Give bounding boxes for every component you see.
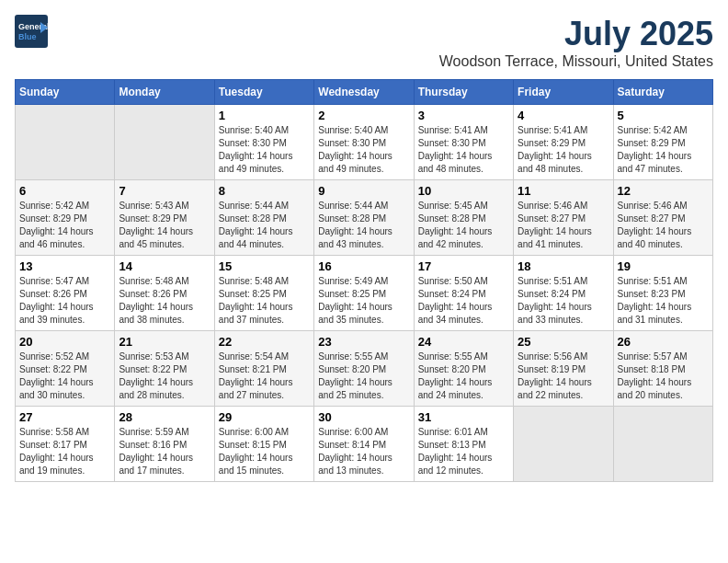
calendar-cell: 9Sunrise: 5:44 AM Sunset: 8:28 PM Daylig… — [314, 180, 414, 256]
calendar-cell: 8Sunrise: 5:44 AM Sunset: 8:28 PM Daylig… — [214, 180, 313, 256]
calendar-cell: 17Sunrise: 5:50 AM Sunset: 8:24 PM Dayli… — [414, 256, 513, 331]
day-number: 17 — [418, 259, 509, 273]
calendar-cell: 14Sunrise: 5:48 AM Sunset: 8:26 PM Dayli… — [115, 256, 214, 331]
day-number: 3 — [418, 109, 509, 122]
calendar-cell: 25Sunrise: 5:56 AM Sunset: 8:19 PM Dayli… — [514, 331, 613, 407]
day-number: 24 — [418, 335, 509, 349]
logo-icon: General Blue — [15, 15, 50, 50]
day-number: 27 — [19, 410, 110, 424]
calendar-cell — [613, 407, 712, 482]
calendar-cell: 21Sunrise: 5:53 AM Sunset: 8:22 PM Dayli… — [115, 331, 214, 407]
calendar-cell: 1Sunrise: 5:40 AM Sunset: 8:30 PM Daylig… — [214, 105, 313, 180]
day-number: 12 — [618, 184, 709, 198]
page-header: General Blue July 2025 Woodson Terrace, … — [15, 15, 713, 70]
day-number: 20 — [19, 335, 110, 349]
day-number: 10 — [418, 184, 509, 198]
calendar-table: SundayMondayTuesdayWednesdayThursdayFrid… — [15, 79, 713, 482]
day-number: 14 — [119, 259, 210, 273]
day-of-week-header: Sunday — [16, 80, 115, 105]
calendar-cell: 4Sunrise: 5:41 AM Sunset: 8:29 PM Daylig… — [514, 105, 613, 180]
calendar-cell: 10Sunrise: 5:45 AM Sunset: 8:28 PM Dayli… — [414, 180, 513, 256]
calendar-cell: 23Sunrise: 5:55 AM Sunset: 8:20 PM Dayli… — [314, 331, 414, 407]
logo: General Blue — [15, 15, 50, 50]
day-info: Sunrise: 5:50 AM Sunset: 8:24 PM Dayligh… — [418, 275, 509, 327]
calendar-cell: 28Sunrise: 5:59 AM Sunset: 8:16 PM Dayli… — [115, 407, 214, 482]
calendar-cell: 31Sunrise: 6:01 AM Sunset: 8:13 PM Dayli… — [414, 407, 513, 482]
day-info: Sunrise: 5:44 AM Sunset: 8:28 PM Dayligh… — [318, 200, 409, 251]
day-number: 16 — [318, 259, 409, 273]
calendar-week-row: 20Sunrise: 5:52 AM Sunset: 8:22 PM Dayli… — [16, 331, 713, 407]
location-title: Woodson Terrace, Missouri, United States — [439, 53, 713, 70]
day-number: 6 — [19, 184, 110, 198]
calendar-cell: 12Sunrise: 5:46 AM Sunset: 8:27 PM Dayli… — [613, 180, 712, 256]
day-info: Sunrise: 6:00 AM Sunset: 8:15 PM Dayligh… — [219, 426, 310, 477]
day-number: 18 — [518, 259, 609, 273]
day-info: Sunrise: 5:54 AM Sunset: 8:21 PM Dayligh… — [219, 350, 310, 402]
day-number: 31 — [418, 410, 509, 424]
day-info: Sunrise: 5:43 AM Sunset: 8:29 PM Dayligh… — [119, 200, 210, 251]
calendar-cell: 11Sunrise: 5:46 AM Sunset: 8:27 PM Dayli… — [514, 180, 613, 256]
day-number: 29 — [219, 410, 310, 424]
day-number: 15 — [219, 259, 310, 273]
day-number: 2 — [318, 109, 409, 122]
day-info: Sunrise: 5:59 AM Sunset: 8:16 PM Dayligh… — [119, 426, 210, 477]
day-of-week-header: Friday — [514, 80, 613, 105]
day-number: 11 — [518, 184, 609, 198]
day-number: 7 — [119, 184, 210, 198]
day-info: Sunrise: 5:45 AM Sunset: 8:28 PM Dayligh… — [418, 200, 509, 251]
day-info: Sunrise: 5:40 AM Sunset: 8:30 PM Dayligh… — [318, 124, 409, 176]
day-info: Sunrise: 5:46 AM Sunset: 8:27 PM Dayligh… — [518, 200, 609, 251]
calendar-cell: 2Sunrise: 5:40 AM Sunset: 8:30 PM Daylig… — [314, 105, 414, 180]
day-info: Sunrise: 5:42 AM Sunset: 8:29 PM Dayligh… — [618, 124, 709, 176]
day-number: 22 — [219, 335, 310, 349]
calendar-cell: 26Sunrise: 5:57 AM Sunset: 8:18 PM Dayli… — [613, 331, 712, 407]
day-of-week-header: Wednesday — [314, 80, 414, 105]
day-info: Sunrise: 5:52 AM Sunset: 8:22 PM Dayligh… — [19, 350, 110, 402]
day-info: Sunrise: 5:58 AM Sunset: 8:17 PM Dayligh… — [19, 426, 110, 477]
day-number: 30 — [318, 410, 409, 424]
day-of-week-header: Thursday — [414, 80, 513, 105]
day-number: 5 — [618, 109, 709, 122]
day-info: Sunrise: 5:53 AM Sunset: 8:22 PM Dayligh… — [119, 350, 210, 402]
calendar-week-row: 27Sunrise: 5:58 AM Sunset: 8:17 PM Dayli… — [16, 407, 713, 482]
day-info: Sunrise: 5:41 AM Sunset: 8:29 PM Dayligh… — [518, 124, 609, 176]
calendar-cell: 15Sunrise: 5:48 AM Sunset: 8:25 PM Dayli… — [214, 256, 313, 331]
calendar-cell — [115, 105, 214, 180]
day-of-week-header: Monday — [115, 80, 214, 105]
calendar-cell: 22Sunrise: 5:54 AM Sunset: 8:21 PM Dayli… — [214, 331, 313, 407]
day-number: 28 — [119, 410, 210, 424]
day-info: Sunrise: 5:48 AM Sunset: 8:25 PM Dayligh… — [219, 275, 310, 327]
calendar-cell: 13Sunrise: 5:47 AM Sunset: 8:26 PM Dayli… — [16, 256, 115, 331]
calendar-cell: 19Sunrise: 5:51 AM Sunset: 8:23 PM Dayli… — [613, 256, 712, 331]
day-of-week-header: Tuesday — [214, 80, 313, 105]
day-info: Sunrise: 5:47 AM Sunset: 8:26 PM Dayligh… — [19, 275, 110, 327]
calendar-header-row: SundayMondayTuesdayWednesdayThursdayFrid… — [16, 80, 713, 105]
day-number: 21 — [119, 335, 210, 349]
calendar-cell: 24Sunrise: 5:55 AM Sunset: 8:20 PM Dayli… — [414, 331, 513, 407]
calendar-cell: 3Sunrise: 5:41 AM Sunset: 8:30 PM Daylig… — [414, 105, 513, 180]
calendar-cell: 20Sunrise: 5:52 AM Sunset: 8:22 PM Dayli… — [16, 331, 115, 407]
day-of-week-header: Saturday — [613, 80, 712, 105]
day-info: Sunrise: 5:55 AM Sunset: 8:20 PM Dayligh… — [318, 350, 409, 402]
calendar-cell: 30Sunrise: 6:00 AM Sunset: 8:14 PM Dayli… — [314, 407, 414, 482]
day-info: Sunrise: 5:41 AM Sunset: 8:30 PM Dayligh… — [418, 124, 509, 176]
day-number: 1 — [219, 109, 310, 122]
calendar-cell: 27Sunrise: 5:58 AM Sunset: 8:17 PM Dayli… — [16, 407, 115, 482]
day-number: 9 — [318, 184, 409, 198]
day-info: Sunrise: 5:57 AM Sunset: 8:18 PM Dayligh… — [618, 350, 709, 402]
day-info: Sunrise: 5:51 AM Sunset: 8:24 PM Dayligh… — [518, 275, 609, 327]
svg-text:Blue: Blue — [18, 32, 37, 41]
day-info: Sunrise: 5:49 AM Sunset: 8:25 PM Dayligh… — [318, 275, 409, 327]
day-info: Sunrise: 6:00 AM Sunset: 8:14 PM Dayligh… — [318, 426, 409, 477]
day-info: Sunrise: 5:40 AM Sunset: 8:30 PM Dayligh… — [219, 124, 310, 176]
calendar-cell: 18Sunrise: 5:51 AM Sunset: 8:24 PM Dayli… — [514, 256, 613, 331]
day-info: Sunrise: 5:56 AM Sunset: 8:19 PM Dayligh… — [518, 350, 609, 402]
day-info: Sunrise: 5:51 AM Sunset: 8:23 PM Dayligh… — [618, 275, 709, 327]
calendar-cell: 6Sunrise: 5:42 AM Sunset: 8:29 PM Daylig… — [16, 180, 115, 256]
day-info: Sunrise: 5:46 AM Sunset: 8:27 PM Dayligh… — [618, 200, 709, 251]
day-number: 4 — [518, 109, 609, 122]
calendar-cell: 7Sunrise: 5:43 AM Sunset: 8:29 PM Daylig… — [115, 180, 214, 256]
calendar-week-row: 1Sunrise: 5:40 AM Sunset: 8:30 PM Daylig… — [16, 105, 713, 180]
day-number: 25 — [518, 335, 609, 349]
day-info: Sunrise: 5:42 AM Sunset: 8:29 PM Dayligh… — [19, 200, 110, 251]
